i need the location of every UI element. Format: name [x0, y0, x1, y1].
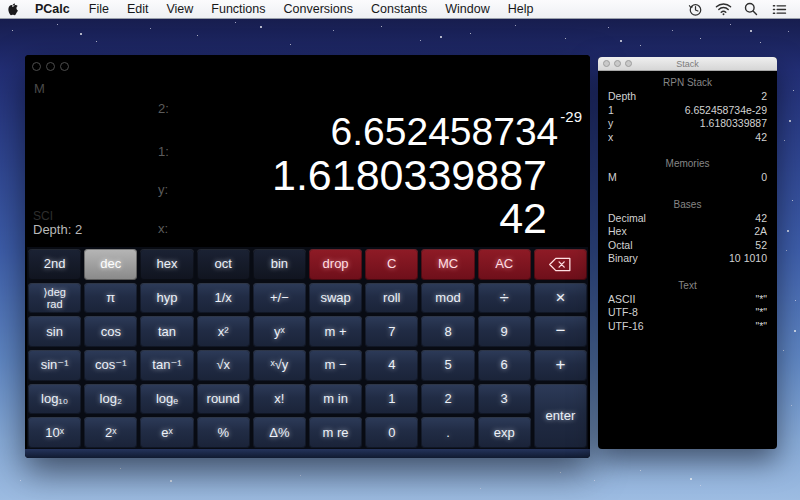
key-clear[interactable]: C — [365, 249, 418, 280]
menu-item-help[interactable]: Help — [499, 0, 543, 19]
key-e-to-x[interactable]: eˣ — [140, 417, 193, 448]
key-multiply[interactable]: × — [534, 283, 587, 314]
time-machine-icon[interactable] — [684, 2, 706, 17]
key-minus[interactable]: − — [534, 316, 587, 347]
key-factorial[interactable]: x! — [253, 384, 306, 415]
row-value: 1.6180339887 — [700, 117, 767, 131]
minimize-button[interactable] — [614, 60, 621, 67]
key-ten-to-x[interactable]: 10ˣ — [28, 417, 81, 448]
key-percent[interactable]: % — [197, 417, 250, 448]
key-digit-7[interactable]: 7 — [365, 316, 418, 347]
key-tan[interactable]: tan — [140, 316, 193, 347]
key-ln[interactable]: logₑ — [140, 384, 193, 415]
row-value: "*" — [755, 320, 767, 334]
key-digit-9[interactable]: 9 — [478, 316, 531, 347]
key-second[interactable]: 2nd — [28, 249, 81, 280]
key-memory-in[interactable]: m in — [309, 384, 362, 415]
key-arcsin[interactable]: sin⁻¹ — [28, 350, 81, 381]
row-value: 2 — [761, 90, 767, 104]
key-log2[interactable]: log₂ — [84, 384, 137, 415]
wifi-icon[interactable] — [712, 2, 734, 16]
key-memory-plus[interactable]: m + — [309, 316, 362, 347]
key-reciprocal[interactable]: 1/x — [197, 283, 250, 314]
stack-window: Stack RPN StackDepth216.652458734e-29y1.… — [598, 57, 777, 449]
menu-item-edit[interactable]: Edit — [118, 0, 158, 19]
row-label: x — [608, 131, 613, 145]
row-value: 10 1010 — [729, 252, 767, 266]
zoom-button[interactable] — [625, 60, 632, 67]
key-x-squared[interactable]: x² — [197, 316, 250, 347]
stack-titlebar[interactable]: Stack — [598, 57, 777, 71]
stack-row-label: 2: — [158, 101, 169, 116]
key-dec[interactable]: dec — [84, 249, 137, 280]
menu-item-conversions[interactable]: Conversions — [275, 0, 362, 19]
menu-item-window[interactable]: Window — [436, 0, 498, 19]
stack-body: RPN StackDepth216.652458734e-29y1.618033… — [598, 71, 777, 333]
display-exponent: -29 — [560, 108, 582, 125]
pcalc-window: M SCI Depth: 2 2: 1: y: x: 6.652458734-2… — [25, 55, 590, 458]
row-label: Binary — [608, 252, 638, 266]
calculator-display: M SCI Depth: 2 2: 1: y: x: 6.652458734-2… — [25, 55, 590, 247]
key-divide[interactable]: ÷ — [478, 283, 531, 314]
key-digit-1[interactable]: 1 — [365, 384, 418, 415]
key-memory-clear[interactable]: MC — [421, 249, 474, 280]
key-mod[interactable]: mod — [421, 283, 474, 314]
close-button[interactable] — [32, 62, 41, 71]
spotlight-search-icon[interactable] — [740, 2, 762, 16]
menu-item-view[interactable]: View — [157, 0, 202, 19]
key-deg-rad[interactable]: ⟩deg rad — [28, 283, 81, 314]
key-round[interactable]: round — [197, 384, 250, 415]
zoom-button[interactable] — [60, 62, 69, 71]
key-hyp[interactable]: hyp — [140, 283, 193, 314]
key-y-to-x[interactable]: yˣ — [253, 316, 306, 347]
row-label: Decimal — [608, 212, 646, 226]
key-digit-5[interactable]: 5 — [421, 350, 474, 381]
key-all-clear[interactable]: AC — [478, 249, 531, 280]
key-memory-recall[interactable]: m re — [309, 417, 362, 448]
key-arctan[interactable]: tan⁻¹ — [140, 350, 193, 381]
key-decimal-point[interactable]: . — [421, 417, 474, 448]
key-backspace[interactable] — [534, 249, 587, 280]
key-digit-3[interactable]: 3 — [478, 384, 531, 415]
key-square-root[interactable]: √x — [197, 350, 250, 381]
key-xth-root[interactable]: ˣ√y — [253, 350, 306, 381]
close-button[interactable] — [603, 60, 610, 67]
menu-item-functions[interactable]: Functions — [202, 0, 274, 19]
stack-row-y: y1.6180339887 — [598, 117, 777, 131]
key-cos[interactable]: cos — [84, 316, 137, 347]
calculator-keypad: 2nddechexoctbindropCMCAC⟩deg radπhyp1/x+… — [27, 247, 588, 449]
key-digit-2[interactable]: 2 — [421, 384, 474, 415]
key-sin[interactable]: sin — [28, 316, 81, 347]
key-digit-0[interactable]: 0 — [365, 417, 418, 448]
key-plus-minus[interactable]: +/− — [253, 283, 306, 314]
key-digit-8[interactable]: 8 — [421, 316, 474, 347]
key-drop[interactable]: drop — [309, 249, 362, 280]
key-oct[interactable]: oct — [197, 249, 250, 280]
key-digit-6[interactable]: 6 — [478, 350, 531, 381]
menu-bar: PCalcFileEditViewFunctionsConversionsCon… — [0, 0, 800, 19]
menu-item-constants[interactable]: Constants — [362, 0, 436, 19]
key-digit-4[interactable]: 4 — [365, 350, 418, 381]
menu-item-file[interactable]: File — [80, 0, 118, 19]
apple-logo-icon[interactable] — [0, 2, 26, 16]
key-plus[interactable]: + — [534, 350, 587, 381]
section-header-text: Text — [598, 279, 777, 293]
key-two-to-x[interactable]: 2ˣ — [84, 417, 137, 448]
key-delta-percent[interactable]: Δ% — [253, 417, 306, 448]
row-value: 2A — [754, 225, 767, 239]
key-bin[interactable]: bin — [253, 249, 306, 280]
notification-center-icon[interactable] — [768, 3, 790, 16]
row-label: Hex — [608, 225, 627, 239]
key-memory-minus[interactable]: m − — [309, 350, 362, 381]
key-log10[interactable]: log₁₀ — [28, 384, 81, 415]
row-value: 0 — [761, 171, 767, 185]
key-pi[interactable]: π — [84, 283, 137, 314]
menu-item-pcalc[interactable]: PCalc — [26, 0, 80, 19]
key-enter[interactable]: enter — [534, 384, 587, 448]
key-arccos[interactable]: cos⁻¹ — [84, 350, 137, 381]
key-swap[interactable]: swap — [309, 283, 362, 314]
key-roll[interactable]: roll — [365, 283, 418, 314]
key-exp[interactable]: exp — [478, 417, 531, 448]
key-hex[interactable]: hex — [140, 249, 193, 280]
minimize-button[interactable] — [46, 62, 55, 71]
